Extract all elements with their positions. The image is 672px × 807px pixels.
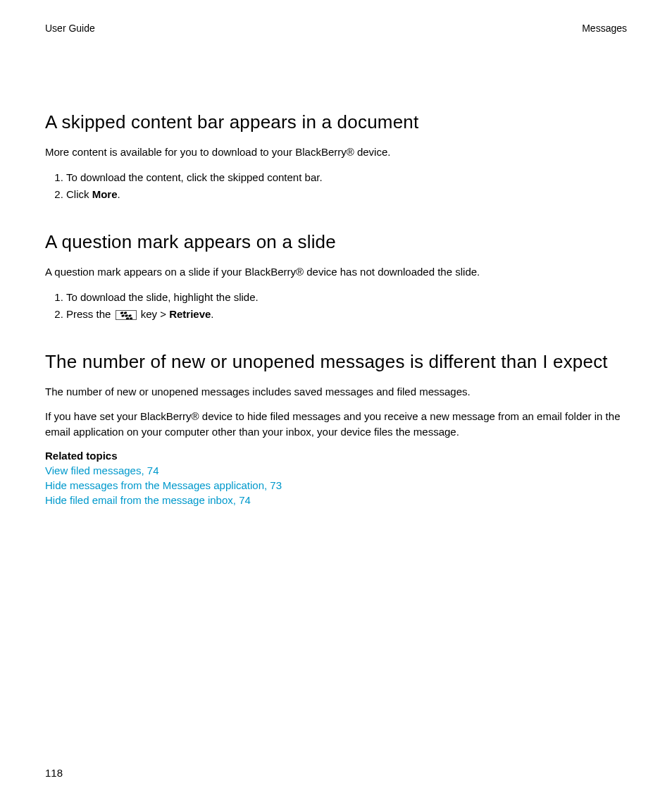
body-paragraph: The number of new or unopened messages i… (45, 384, 627, 400)
intro-paragraph: A question mark appears on a slide if yo… (45, 264, 627, 280)
section-question-mark: A question mark appears on a slide A que… (45, 231, 627, 323)
document-page: User Guide Messages A skipped content ba… (0, 0, 672, 564)
svg-point-3 (125, 314, 128, 317)
svg-point-5 (125, 317, 129, 319)
svg-point-2 (121, 314, 125, 317)
heading-skipped-content: A skipped content bar appears in a docum… (45, 111, 627, 133)
step-bold: Retrieve (169, 308, 211, 320)
related-link-view-filed[interactable]: View filed messages, 74 (45, 463, 627, 478)
header-left: User Guide (45, 23, 95, 34)
step-item: To download the slide, highlight the sli… (66, 290, 627, 306)
step-text: . (211, 308, 213, 320)
body-paragraph: If you have set your BlackBerry® device … (45, 409, 627, 440)
blackberry-menu-key-icon (116, 310, 137, 320)
step-item: Click More. (66, 187, 627, 203)
step-bold: More (92, 188, 118, 200)
step-text: Press the (66, 308, 114, 320)
svg-point-0 (120, 312, 123, 314)
page-header: User Guide Messages (45, 23, 627, 34)
step-text: key > (138, 308, 170, 320)
related-topics-heading: Related topics (45, 450, 627, 462)
step-item: Press the key > Retrieve. (66, 307, 627, 323)
related-link-hide-messages[interactable]: Hide messages from the Messages applicat… (45, 478, 627, 493)
svg-point-4 (128, 314, 132, 317)
step-text: . (118, 188, 120, 200)
section-message-count: The number of new or unopened messages i… (45, 351, 627, 507)
svg-point-1 (123, 312, 127, 314)
step-item: To download the content, click the skipp… (66, 170, 627, 186)
heading-message-count: The number of new or unopened messages i… (45, 351, 627, 373)
svg-point-6 (129, 317, 132, 319)
step-text: Click (66, 188, 92, 200)
intro-paragraph: More content is available for you to dow… (45, 144, 627, 160)
header-right: Messages (582, 23, 627, 34)
section-skipped-content: A skipped content bar appears in a docum… (45, 111, 627, 203)
page-number: 118 (45, 767, 63, 779)
related-link-hide-filed-email[interactable]: Hide filed email from the message inbox,… (45, 493, 627, 507)
steps-list: To download the slide, highlight the sli… (45, 290, 627, 323)
heading-question-mark: A question mark appears on a slide (45, 231, 627, 253)
steps-list: To download the content, click the skipp… (45, 170, 627, 203)
